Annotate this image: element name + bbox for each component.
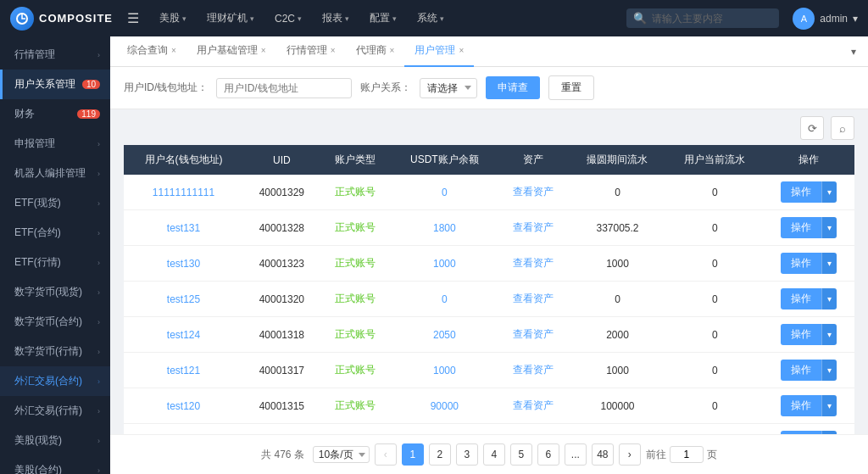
search-table-button[interactable]: ⌕	[831, 116, 854, 140]
page-48-button[interactable]: 48	[592, 443, 614, 466]
tabs-more-button[interactable]: ▾	[846, 42, 861, 61]
refresh-button[interactable]: ⟳	[800, 116, 824, 140]
tab-market-management[interactable]: 行情管理 ×	[276, 36, 346, 67]
op-caret-button[interactable]: ▾	[821, 288, 837, 309]
cell-username[interactable]: test120	[124, 388, 243, 424]
sidebar-item-etf-contract[interactable]: ETF(合约) ›	[0, 218, 110, 248]
col-op: 操作	[764, 145, 854, 175]
sidebar-item-etf-market[interactable]: ETF(行情) ›	[0, 248, 110, 277]
cell-username[interactable]: test131	[124, 210, 243, 246]
tab-user-management[interactable]: 用户管理 ×	[404, 36, 474, 67]
type-filter-select[interactable]: 请选择	[420, 78, 477, 98]
cell-username[interactable]: 11111111111	[124, 175, 243, 210]
sidebar-item-declaration[interactable]: 申报管理 ›	[0, 129, 110, 159]
cell-balance: 0	[391, 175, 498, 210]
sidebar-item-etf-spot[interactable]: ETF(现货) ›	[0, 188, 110, 218]
cell-username[interactable]: test125	[124, 282, 243, 317]
sidebar-item-robot[interactable]: 机器人编排管理 ›	[0, 159, 110, 188]
page-next-button[interactable]: ›	[619, 443, 641, 466]
user-menu[interactable]: A admin ▾	[793, 8, 858, 30]
cell-username[interactable]: test121	[124, 353, 243, 388]
sidebar-item-us-contract[interactable]: 美股(合约) ›	[0, 455, 110, 474]
op-button[interactable]: 操作	[781, 360, 821, 381]
cell-uid: 40001329	[243, 175, 320, 210]
cell-username[interactable]: 2222233333	[124, 424, 243, 435]
nav-item-system[interactable]: 系统 ▾	[409, 8, 453, 29]
sidebar-item-forex-contract[interactable]: 外汇交易(合约) ›	[0, 366, 110, 396]
op-caret-button[interactable]: ▾	[821, 181, 837, 203]
reset-button[interactable]: 重置	[548, 75, 594, 100]
nav-item-stocks[interactable]: 美股 ▾	[151, 8, 195, 29]
user-filter-input[interactable]	[216, 78, 352, 98]
cell-flow2: 0	[666, 282, 764, 317]
close-tab-market[interactable]: ×	[331, 46, 336, 55]
close-tab-comprehensive[interactable]: ×	[171, 46, 176, 55]
nav-item-reports[interactable]: 报表 ▾	[314, 8, 358, 29]
op-button[interactable]: 操作	[781, 288, 821, 309]
cell-username[interactable]: test130	[124, 246, 243, 282]
sidebar-item-crypto-spot[interactable]: 数字货币(现货) ›	[0, 277, 110, 307]
hamburger-icon[interactable]: ☰	[127, 10, 139, 26]
goto-suffix: 页	[707, 448, 717, 462]
nav-item-c2c[interactable]: C2C ▾	[266, 9, 310, 28]
cell-flow2: 0	[666, 175, 764, 210]
tab-agent[interactable]: 代理商 ×	[346, 36, 405, 67]
cell-username[interactable]: test124	[124, 317, 243, 353]
nav-item-config[interactable]: 配置 ▾	[361, 8, 405, 29]
sidebar-item-forex-market[interactable]: 外汇交易(行情) ›	[0, 396, 110, 426]
sidebar-item-user-management[interactable]: 用户关系管理 10	[0, 70, 110, 99]
top-search-input[interactable]	[652, 13, 762, 25]
search-button[interactable]: 申请查	[486, 76, 540, 99]
cell-type: 正式账号	[320, 388, 392, 424]
page-2-button[interactable]: 2	[429, 443, 451, 466]
sidebar-item-crypto-market[interactable]: 数字货币(行情) ›	[0, 337, 110, 366]
close-tab-user-basic[interactable]: ×	[261, 46, 266, 55]
cell-asset[interactable]: 查看资产	[498, 424, 569, 435]
page-prev-button[interactable]: ‹	[375, 443, 397, 466]
page-1-button[interactable]: 1	[402, 443, 424, 466]
op-button[interactable]: 操作	[781, 181, 821, 203]
cell-asset[interactable]: 查看资产	[498, 353, 569, 388]
cell-flow2: 0	[666, 353, 764, 388]
nav-menu: 美股 ▾ 理财矿机 ▾ C2C ▾ 报表 ▾ 配置 ▾ 系统 ▾	[151, 8, 620, 29]
cell-flow1: 337005.2	[569, 210, 666, 246]
cell-op: 操作 ▾	[764, 388, 854, 424]
page-3-button[interactable]: 3	[456, 443, 478, 466]
close-tab-agent[interactable]: ×	[390, 46, 395, 55]
cell-asset[interactable]: 查看资产	[498, 282, 569, 317]
page-6-button[interactable]: 6	[537, 443, 559, 466]
cell-asset[interactable]: 查看资产	[498, 317, 569, 353]
sidebar-item-market[interactable]: 行情管理 ›	[0, 40, 110, 70]
cell-asset[interactable]: 查看资产	[498, 388, 569, 424]
op-caret-button[interactable]: ▾	[821, 395, 837, 416]
chevron-right-icon-6: ›	[97, 259, 100, 267]
chevron-right-icon-8: ›	[97, 318, 100, 326]
goto-prefix: 前往	[646, 448, 666, 462]
cell-asset[interactable]: 查看资产	[498, 246, 569, 282]
page-5-button[interactable]: 5	[510, 443, 532, 466]
op-caret-button[interactable]: ▾	[821, 217, 837, 238]
tab-user-basic[interactable]: 用户基础管理 ×	[186, 36, 276, 67]
op-button[interactable]: 操作	[781, 395, 821, 416]
op-caret-button[interactable]: ▾	[821, 253, 837, 274]
page-size-select[interactable]: 10条/页	[313, 446, 370, 463]
op-button[interactable]: 操作	[781, 253, 821, 274]
nav-item-mining[interactable]: 理财矿机 ▾	[198, 8, 263, 29]
chevron-right-icon-13: ›	[97, 466, 100, 475]
col-flow2: 用户当前流水	[666, 145, 764, 175]
op-button[interactable]: 操作	[781, 217, 821, 238]
op-caret-button[interactable]: ▾	[821, 360, 837, 381]
sidebar-item-finance[interactable]: 财务 119	[0, 99, 110, 129]
table-row: 11111111111 40001329 正式账号 0 查看资产 0 0 操作 …	[124, 175, 854, 210]
col-asset: 资产	[498, 145, 569, 175]
tab-comprehensive[interactable]: 综合查询 ×	[117, 36, 186, 67]
close-tab-user-management[interactable]: ×	[459, 46, 464, 55]
op-caret-button[interactable]: ▾	[821, 324, 837, 345]
cell-asset[interactable]: 查看资产	[498, 175, 569, 210]
sidebar-item-us-spot[interactable]: 美股(现货) ›	[0, 426, 110, 455]
cell-asset[interactable]: 查看资产	[498, 210, 569, 246]
sidebar-item-crypto-contract[interactable]: 数字货币(合约) ›	[0, 307, 110, 337]
goto-input[interactable]	[670, 446, 704, 463]
op-button[interactable]: 操作	[781, 324, 821, 345]
page-4-button[interactable]: 4	[483, 443, 505, 466]
